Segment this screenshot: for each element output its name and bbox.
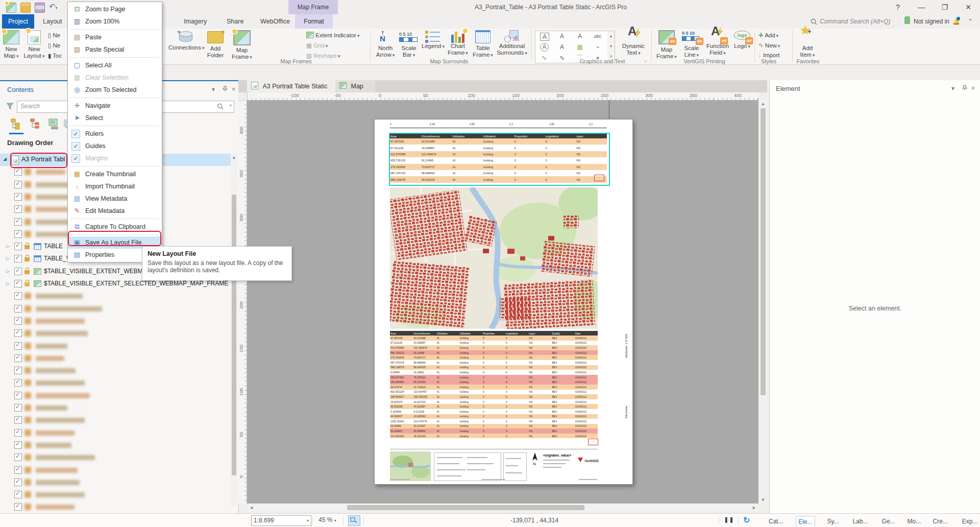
- layer-checkbox[interactable]: ✓: [14, 255, 22, 262]
- qat-new-project-icon[interactable]: [6, 3, 16, 13]
- layer-checkbox[interactable]: ✓: [14, 280, 22, 288]
- layer-row-redacted[interactable]: ✓: [0, 352, 231, 365]
- layer-row-redacted[interactable]: ✓: [0, 290, 231, 302]
- bottom-tab-Mo[interactable]: Mo...: [905, 516, 923, 527]
- menu-item-clear-selection[interactable]: ▦Clear Selection: [68, 71, 162, 84]
- bottom-tab-Cre[interactable]: Cre...: [931, 516, 950, 527]
- layer-checkbox[interactable]: ✓: [14, 292, 22, 300]
- ribbon-small-button-3[interactable]: ▮ Toc: [48, 52, 67, 59]
- notifications-icon[interactable]: 🔔: [952, 18, 960, 25]
- list-by-source-icon[interactable]: [30, 118, 43, 131]
- search-options-icon[interactable]: ▾: [230, 103, 232, 108]
- layer-row-redacted[interactable]: ✓: [0, 451, 231, 464]
- function-field-button[interactable]: Awd Function Field: [704, 30, 731, 57]
- layer-row-redacted[interactable]: ✓: [0, 501, 231, 513]
- layer-row-redacted[interactable]: ✓: [0, 340, 231, 352]
- layer-checkbox[interactable]: ✓: [14, 491, 22, 498]
- menu-item-view-metadata[interactable]: ▤View Metadata: [68, 193, 162, 205]
- extent-indicator-button[interactable]: Extent Indicator: [306, 32, 360, 38]
- layer-checkbox[interactable]: ✓: [14, 367, 22, 374]
- menu-item-paste-special[interactable]: ▧Paste Special: [68, 43, 162, 56]
- layer-checkbox[interactable]: ✓: [14, 441, 22, 449]
- layer-checkbox[interactable]: ✓: [14, 379, 22, 387]
- expander-icon[interactable]: ▷: [6, 256, 10, 261]
- layout-vscrollbar[interactable]: ▲ ▼: [759, 100, 767, 504]
- close-button[interactable]: ✕: [957, 0, 980, 14]
- gallery-glyph-4[interactable]: A: [540, 43, 549, 52]
- bottom-tab-Lab[interactable]: Lab...: [850, 516, 870, 527]
- styles-new-button[interactable]: ✎ New: [758, 42, 780, 49]
- layer-row-redacted[interactable]: ✓: [0, 377, 231, 389]
- layer-row-redacted[interactable]: ✓: [0, 414, 231, 426]
- bottom-tab-Sy[interactable]: Sy...: [825, 516, 841, 527]
- help-button[interactable]: ?: [886, 0, 910, 14]
- new-map-button[interactable]: New Map: [1, 30, 21, 60]
- list-by-drawing-order-icon[interactable]: [10, 118, 23, 131]
- filter-icon[interactable]: [6, 103, 14, 110]
- layer-checkbox[interactable]: ✓: [14, 478, 22, 486]
- expander-icon[interactable]: ◢: [3, 156, 7, 161]
- connections-button[interactable]: + Connections: [168, 30, 202, 52]
- menu-item-create-thumbnail[interactable]: ▦Create Thumbnail: [68, 168, 162, 180]
- layer-row-redacted[interactable]: ✓: [0, 402, 231, 414]
- gallery-glyph-1[interactable]: A: [553, 31, 571, 41]
- layer-row-redacted[interactable]: ✓: [0, 390, 231, 402]
- new-layout-button[interactable]: New Layout: [22, 30, 46, 60]
- chart-frame-button[interactable]: Chart Frame: [446, 30, 470, 57]
- map-frame-button[interactable]: Map Frame: [230, 30, 254, 61]
- minimize-button[interactable]: —: [910, 0, 933, 14]
- menu-item-capture-to-clipboard[interactable]: ⧉Capture To Clipboard: [68, 221, 162, 233]
- layer-row-redacted[interactable]: ✓: [0, 464, 231, 476]
- layer-row-redacted[interactable]: ✓: [0, 303, 231, 315]
- layer-checkbox[interactable]: ✓: [14, 268, 22, 275]
- menu-item-margins[interactable]: ✓Margins: [68, 152, 162, 164]
- layer-checkbox[interactable]: ✓: [14, 453, 22, 461]
- qat-save-icon[interactable]: [35, 3, 45, 13]
- snap-frame-button[interactable]: [348, 515, 360, 526]
- layer-row-redacted[interactable]: ✓: [0, 365, 231, 377]
- styles-import-button[interactable]: ↓ Import: [758, 52, 780, 58]
- gallery-glyph-8[interactable]: ∿: [535, 53, 553, 63]
- layout-canvas[interactable]: 00,280,551,11,652,2 AreaCircumferenceUti…: [247, 100, 758, 504]
- layout-hscrollbar[interactable]: ◄ ►: [247, 504, 758, 512]
- gallery-glyph-5[interactable]: A: [553, 42, 571, 52]
- bottom-tab-Cat[interactable]: Cat...: [767, 516, 786, 527]
- scale-line-button[interactable]: 0 5 10wd Scale Line: [681, 30, 702, 59]
- add-folder-button[interactable]: + Add Folder: [204, 30, 227, 59]
- menu-item-select-all[interactable]: ▢Select All: [68, 59, 162, 71]
- layer-row-redacted[interactable]: ✓: [0, 427, 231, 439]
- tab-layout-view[interactable]: A3 Portrait Table Static ✕: [247, 80, 341, 92]
- layer-checkbox[interactable]: ✓: [14, 243, 22, 250]
- expander-icon[interactable]: ▷: [6, 244, 10, 249]
- tab-map-view[interactable]: Map: [335, 80, 375, 92]
- layer-checkbox[interactable]: ✓: [14, 305, 22, 313]
- layer-checkbox[interactable]: ✓: [14, 329, 22, 337]
- menu-item-zoom-to-page[interactable]: ⊡Zoom to Page: [68, 3, 162, 15]
- layer-checkbox[interactable]: ✓: [14, 230, 22, 238]
- layer-checkbox[interactable]: ✓: [14, 181, 22, 188]
- command-search-input[interactable]: Command Search (Alt+Q): [820, 18, 890, 25]
- menu-item-paste[interactable]: ▤Paste: [68, 31, 162, 43]
- tab-project[interactable]: Project: [2, 14, 34, 29]
- pane-menu-icon[interactable]: ▾: [951, 85, 954, 92]
- collapse-ribbon-icon[interactable]: ⌃: [968, 18, 973, 25]
- scale-bar-button[interactable]: 0 5 10 Scale Bar: [398, 30, 420, 59]
- bottom-tab-Ge[interactable]: Ge...: [880, 516, 897, 527]
- refresh-button[interactable]: ↻: [743, 515, 750, 525]
- close-pane-icon[interactable]: ×: [971, 85, 975, 92]
- bottom-tab-Exp[interactable]: Exp...: [960, 516, 980, 527]
- menu-item-select[interactable]: ➤Select: [68, 112, 162, 124]
- ribbon-small-button-2[interactable]: ▯ Ne: [48, 42, 67, 49]
- layer-checkbox[interactable]: ✓: [14, 392, 22, 399]
- layer-checkbox[interactable]: ✓: [14, 416, 22, 424]
- layer-checkbox[interactable]: ✓: [14, 168, 22, 176]
- ribbon-small-button-1[interactable]: ▯ Ne: [48, 32, 67, 39]
- sign-in-status[interactable]: Not signed in: [914, 18, 949, 25]
- add-item-button[interactable]: ★+ Add Item: [795, 30, 820, 59]
- gallery-glyph-3[interactable]: abc: [589, 31, 606, 41]
- dialog-launcher-icon[interactable]: ⌐: [645, 58, 647, 63]
- additional-surrounds-button[interactable]: Additional Surrounds: [496, 30, 528, 57]
- tab-share[interactable]: Share: [220, 14, 250, 29]
- layer-checkbox[interactable]: ✓: [14, 317, 22, 325]
- tab-layout[interactable]: Layout: [37, 14, 68, 29]
